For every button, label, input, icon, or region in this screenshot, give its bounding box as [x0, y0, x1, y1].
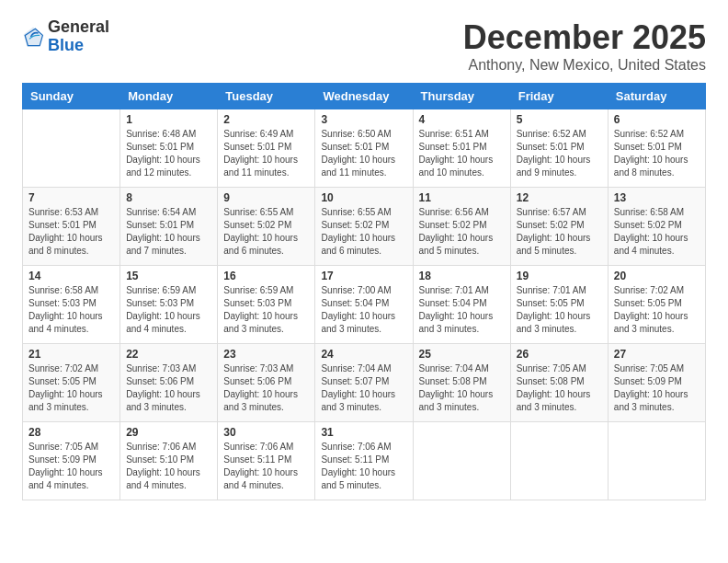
day-info-line: Sunset: 5:08 PM: [517, 375, 602, 388]
day-info-line: Sunrise: 7:01 AM: [517, 284, 602, 297]
day-number: 13: [614, 191, 700, 204]
day-info-line: Daylight: 10 hours: [126, 388, 211, 401]
day-info-line: Sunset: 5:01 PM: [517, 141, 602, 154]
logo: General Blue: [22, 18, 109, 55]
day-info-line: Sunset: 5:02 PM: [614, 219, 700, 232]
day-number: 28: [28, 426, 114, 439]
day-header-saturday: Saturday: [608, 84, 705, 109]
day-info-line: Daylight: 10 hours: [126, 466, 211, 479]
day-info-line: Sunrise: 7:01 AM: [419, 284, 505, 297]
day-info-line: Sunrise: 6:58 AM: [28, 284, 114, 297]
day-info-line: Daylight: 10 hours: [517, 232, 602, 245]
day-info-line: and 5 minutes.: [517, 245, 602, 258]
day-info-line: Sunrise: 7:05 AM: [517, 362, 602, 375]
day-number: 29: [126, 426, 211, 439]
day-info-line: Sunset: 5:05 PM: [517, 297, 602, 310]
day-info-line: Sunset: 5:02 PM: [517, 219, 602, 232]
day-number: 17: [321, 270, 406, 282]
logo-general: General: [48, 18, 109, 37]
day-header-thursday: Thursday: [413, 84, 510, 109]
day-info-line: and 3 minutes.: [517, 401, 602, 414]
day-info-line: Daylight: 10 hours: [517, 310, 602, 323]
day-info-line: Sunset: 5:05 PM: [28, 375, 114, 388]
day-number: 14: [28, 270, 114, 282]
day-cell: 7Sunrise: 6:53 AMSunset: 5:01 PMDaylight…: [23, 188, 120, 266]
day-number: 11: [419, 191, 505, 204]
day-info-line: and 6 minutes.: [223, 245, 309, 258]
day-cell: 13Sunrise: 6:58 AMSunset: 5:02 PMDayligh…: [608, 188, 705, 266]
day-cell: 20Sunrise: 7:02 AMSunset: 5:05 PMDayligh…: [608, 266, 705, 344]
day-info-line: and 12 minutes.: [126, 167, 211, 179]
day-info-line: Sunrise: 6:52 AM: [517, 128, 602, 141]
week-row-4: 21Sunrise: 7:02 AMSunset: 5:05 PMDayligh…: [23, 344, 706, 422]
day-info-line: Daylight: 10 hours: [321, 388, 406, 401]
day-info-line: Sunset: 5:09 PM: [28, 454, 114, 466]
day-number: 9: [223, 191, 309, 204]
title-section: December 2025 Anthony, New Mexico, Unite…: [463, 18, 706, 74]
day-info-line: Sunset: 5:05 PM: [614, 297, 700, 310]
day-info-line: and 3 minutes.: [517, 323, 602, 336]
day-info-line: Sunrise: 6:48 AM: [126, 128, 211, 141]
day-info-line: Sunrise: 7:05 AM: [28, 441, 114, 454]
day-cell: 31Sunrise: 7:06 AMSunset: 5:11 PMDayligh…: [315, 422, 413, 500]
day-info-line: Sunrise: 6:58 AM: [614, 206, 700, 219]
day-cell: 21Sunrise: 7:02 AMSunset: 5:05 PMDayligh…: [23, 344, 120, 422]
day-number: 24: [321, 348, 406, 361]
day-info-line: and 3 minutes.: [223, 401, 309, 414]
day-info-line: Sunrise: 6:53 AM: [28, 206, 114, 219]
day-cell: 30Sunrise: 7:06 AMSunset: 5:11 PMDayligh…: [218, 422, 315, 500]
day-number: 25: [419, 348, 505, 361]
day-info-line: and 3 minutes.: [419, 323, 505, 336]
day-info-line: Sunrise: 7:06 AM: [126, 441, 211, 454]
day-info-line: and 4 minutes.: [223, 479, 309, 492]
day-info-line: Sunset: 5:03 PM: [223, 297, 309, 310]
day-info-line: Sunrise: 6:57 AM: [517, 206, 602, 219]
day-info-line: Sunset: 5:08 PM: [419, 375, 505, 388]
day-cell: 22Sunrise: 7:03 AMSunset: 5:06 PMDayligh…: [120, 344, 218, 422]
day-cell: 15Sunrise: 6:59 AMSunset: 5:03 PMDayligh…: [120, 266, 218, 344]
day-cell: 11Sunrise: 6:56 AMSunset: 5:02 PMDayligh…: [413, 188, 510, 266]
day-info-line: Daylight: 10 hours: [419, 310, 505, 323]
day-info-line: Sunset: 5:01 PM: [28, 219, 114, 232]
day-number: 10: [321, 191, 406, 204]
day-cell: [608, 422, 705, 500]
day-info-line: and 3 minutes.: [126, 401, 211, 414]
day-cell: 12Sunrise: 6:57 AMSunset: 5:02 PMDayligh…: [510, 188, 608, 266]
calendar: SundayMondayTuesdayWednesdayThursdayFrid…: [22, 83, 706, 500]
day-info-line: Sunset: 5:01 PM: [321, 141, 406, 154]
day-cell: 1Sunrise: 6:48 AMSunset: 5:01 PMDaylight…: [120, 109, 218, 188]
day-info-line: Daylight: 10 hours: [517, 388, 602, 401]
day-number: 21: [28, 348, 114, 361]
day-info-line: Sunrise: 6:52 AM: [614, 128, 700, 141]
day-info-line: Sunset: 5:02 PM: [419, 219, 505, 232]
day-info-line: Daylight: 10 hours: [419, 388, 505, 401]
day-info-line: and 4 minutes.: [126, 323, 211, 336]
day-info-line: Daylight: 10 hours: [28, 232, 114, 245]
header: General Blue December 2025 Anthony, New …: [22, 18, 706, 74]
logo-icon: [22, 26, 44, 48]
day-info-line: Sunset: 5:01 PM: [419, 141, 505, 154]
day-info-line: Sunrise: 6:49 AM: [223, 128, 309, 141]
day-info-line: Sunset: 5:02 PM: [223, 219, 309, 232]
day-number: 26: [517, 348, 602, 361]
day-info-line: Sunset: 5:03 PM: [28, 297, 114, 310]
day-info-line: and 3 minutes.: [614, 401, 700, 414]
day-number: 5: [517, 113, 602, 126]
day-info-line: Daylight: 10 hours: [614, 154, 700, 167]
day-info-line: and 6 minutes.: [321, 245, 406, 258]
day-cell: 14Sunrise: 6:58 AMSunset: 5:03 PMDayligh…: [23, 266, 120, 344]
day-info-line: Sunrise: 7:02 AM: [28, 362, 114, 375]
day-info-line: Daylight: 10 hours: [614, 388, 700, 401]
day-info-line: and 3 minutes.: [419, 401, 505, 414]
day-number: 8: [126, 191, 211, 204]
day-number: 16: [223, 270, 309, 282]
day-cell: 23Sunrise: 7:03 AMSunset: 5:06 PMDayligh…: [218, 344, 315, 422]
day-number: 15: [126, 270, 211, 282]
day-info-line: and 10 minutes.: [419, 167, 505, 179]
day-info-line: and 3 minutes.: [321, 401, 406, 414]
day-info-line: and 5 minutes.: [419, 245, 505, 258]
week-row-2: 7Sunrise: 6:53 AMSunset: 5:01 PMDaylight…: [23, 188, 706, 266]
day-info-line: Sunset: 5:01 PM: [126, 219, 211, 232]
day-cell: 19Sunrise: 7:01 AMSunset: 5:05 PMDayligh…: [510, 266, 608, 344]
day-info-line: and 4 minutes.: [28, 323, 114, 336]
